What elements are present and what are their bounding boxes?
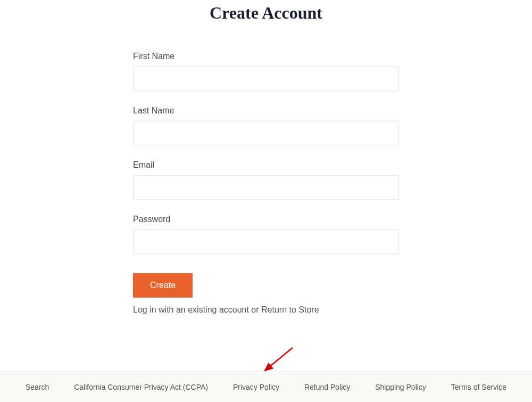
- last-name-input[interactable]: [133, 121, 399, 145]
- first-name-group: First Name: [133, 52, 399, 91]
- password-group: Password: [133, 215, 399, 254]
- create-account-form: First Name Last Name Email Password Crea…: [133, 52, 399, 315]
- create-button[interactable]: Create: [133, 273, 193, 298]
- login-row: Log in with an existing account or Retur…: [133, 305, 399, 315]
- footer-link-ccpa[interactable]: California Consumer Privacy Act (CCPA): [74, 383, 208, 391]
- password-label: Password: [133, 215, 399, 224]
- footer-link-search[interactable]: Search: [26, 383, 49, 391]
- last-name-group: Last Name: [133, 106, 399, 145]
- last-name-label: Last Name: [133, 106, 399, 116]
- footer: Search California Consumer Privacy Act (…: [0, 371, 532, 402]
- email-group: Email: [133, 160, 399, 200]
- page-title: Create Account: [0, 0, 532, 23]
- footer-link-refund-policy[interactable]: Refund Policy: [304, 383, 350, 391]
- separator-text: or: [249, 305, 261, 314]
- first-name-input[interactable]: [133, 67, 399, 91]
- footer-link-privacy-policy[interactable]: Privacy Policy: [233, 383, 279, 391]
- svg-line-1: [265, 348, 293, 371]
- login-link[interactable]: Log in with an existing account: [133, 305, 249, 314]
- footer-link-shipping-policy[interactable]: Shipping Policy: [375, 383, 426, 391]
- password-input[interactable]: [133, 229, 399, 254]
- footer-link-terms-of-service[interactable]: Terms of Service: [451, 383, 506, 391]
- first-name-label: First Name: [133, 52, 399, 61]
- return-to-store-link[interactable]: Return to Store: [261, 305, 319, 314]
- email-input[interactable]: [133, 175, 399, 200]
- email-label: Email: [133, 160, 399, 170]
